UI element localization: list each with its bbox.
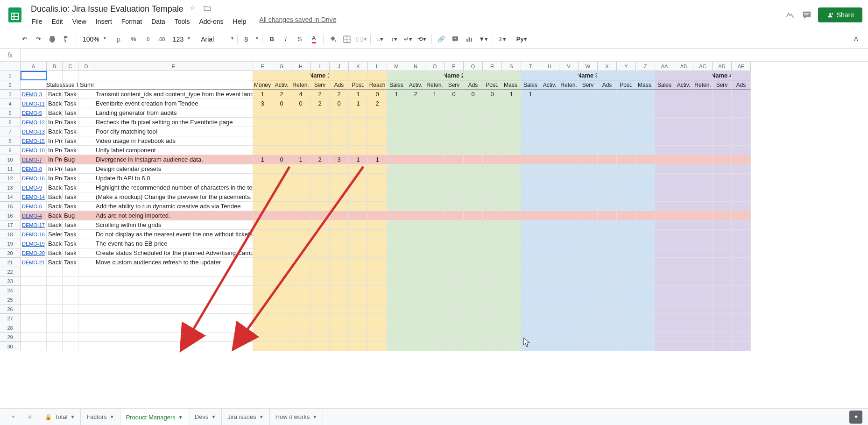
cell-r16-c11[interactable] [368, 211, 387, 220]
cell-r29-c3[interactable] [78, 333, 94, 342]
cell-r5-c6[interactable] [272, 108, 291, 118]
cell-r9-c19[interactable] [521, 146, 540, 155]
cell-r23-c4[interactable] [94, 276, 253, 286]
cell-r7-c15[interactable] [445, 127, 464, 136]
cell-r5-c11[interactable] [368, 108, 387, 118]
cell-r13-c27[interactable] [674, 183, 693, 192]
cell-r6-c13[interactable] [406, 118, 425, 127]
cell-r21-c1[interactable]: Backlog [47, 258, 63, 267]
cell-r14-c30[interactable] [732, 192, 751, 202]
cell-r6-c10[interactable] [349, 118, 368, 127]
cell-r4-c17[interactable] [483, 99, 502, 108]
cell-r1-c21[interactable] [559, 71, 579, 80]
cell-r24-c28[interactable] [693, 286, 713, 295]
cell-r2-c28[interactable]: Reten. [693, 80, 713, 90]
cell-r17-c4[interactable]: Scrolling within the grids [94, 220, 253, 230]
cell-r27-c30[interactable] [732, 314, 751, 323]
cell-r8-c28[interactable] [693, 136, 713, 146]
cell-r13-c19[interactable] [521, 183, 540, 192]
redo-icon[interactable]: ↷ [32, 33, 45, 46]
cell-r5-c0[interactable]: DEMO-5 [21, 108, 47, 118]
cell-r2-c17[interactable]: Post. [483, 80, 502, 90]
cell-r7-c21[interactable] [559, 127, 579, 136]
cell-r23-c25[interactable] [636, 276, 655, 286]
cell-r3-c21[interactable] [559, 90, 579, 99]
cell-r12-c12[interactable] [387, 174, 406, 183]
cell-r2-c25[interactable]: Mass. [636, 80, 655, 90]
cell-r7-c9[interactable] [330, 127, 349, 136]
col-header-T[interactable]: T [521, 62, 540, 71]
cell-r14-c1[interactable]: Backlog [47, 192, 63, 202]
cell-r5-c9[interactable] [330, 108, 349, 118]
cell-r8-c6[interactable] [272, 136, 291, 146]
cell-r26-c20[interactable] [540, 305, 559, 314]
cell-r7-c24[interactable] [617, 127, 636, 136]
comment-icon[interactable]: + [449, 33, 462, 46]
cell-r5-c4[interactable]: Landing generator from audits [94, 108, 253, 118]
cell-r14-c29[interactable] [713, 192, 732, 202]
cell-r16-c5[interactable] [253, 211, 272, 220]
cell-r22-c23[interactable] [598, 267, 617, 276]
cell-r13-c28[interactable] [693, 183, 713, 192]
cell-r24-c9[interactable] [330, 286, 349, 295]
cell-r4-c29[interactable] [713, 99, 732, 108]
cell-r2-c3[interactable]: Summary [78, 80, 94, 90]
cell-r27-c19[interactable] [521, 314, 540, 323]
cell-r6-c21[interactable] [559, 118, 579, 127]
cell-r29-c13[interactable] [406, 333, 425, 342]
cell-r18-c18[interactable] [502, 230, 521, 239]
cell-r12-c22[interactable] [579, 174, 598, 183]
cell-r3-c25[interactable] [636, 90, 655, 99]
cell-r20-c13[interactable] [406, 248, 425, 258]
col-header-J[interactable]: J [330, 62, 349, 71]
col-header-O[interactable]: O [425, 62, 445, 71]
cell-r18-c16[interactable] [464, 230, 483, 239]
cell-r27-c26[interactable] [655, 314, 674, 323]
cell-r15-c11[interactable] [368, 202, 387, 211]
cell-r3-c26[interactable] [655, 90, 674, 99]
cell-r28-c23[interactable] [598, 323, 617, 333]
cell-r12-c23[interactable] [598, 174, 617, 183]
cell-r3-c24[interactable] [617, 90, 636, 99]
cell-r18-c0[interactable]: DEMO-18 [21, 230, 47, 239]
cell-r4-c16[interactable] [464, 99, 483, 108]
cell-r9-c16[interactable] [464, 146, 483, 155]
cell-r17-c24[interactable] [617, 220, 636, 230]
cell-r25-c8[interactable] [311, 295, 330, 305]
col-header-H[interactable]: H [291, 62, 311, 71]
cell-r6-c25[interactable] [636, 118, 655, 127]
cell-r15-c10[interactable] [349, 202, 368, 211]
cell-r21-c7[interactable] [291, 258, 311, 267]
cell-r28-c21[interactable] [559, 323, 579, 333]
cell-r10-c5[interactable]: 1 [253, 155, 272, 164]
cell-r17-c5[interactable] [253, 220, 272, 230]
cell-r17-c21[interactable] [559, 220, 579, 230]
cell-r21-c18[interactable] [502, 258, 521, 267]
cell-r11-c21[interactable] [559, 164, 579, 174]
cell-r24-c11[interactable] [368, 286, 387, 295]
cell-r26-c19[interactable] [521, 305, 540, 314]
cell-r4-c1[interactable]: Backlog [47, 99, 63, 108]
cell-r3-c16[interactable]: 0 [464, 90, 483, 99]
cell-r11-c29[interactable] [713, 164, 732, 174]
cell-r19-c21[interactable] [559, 239, 579, 248]
cell-r27-c28[interactable] [693, 314, 713, 323]
cell-r2-c24[interactable]: Post. [617, 80, 636, 90]
cell-r24-c19[interactable] [521, 286, 540, 295]
cell-r11-c20[interactable] [540, 164, 559, 174]
cell-r29-c23[interactable] [598, 333, 617, 342]
cell-r29-c12[interactable] [387, 333, 406, 342]
cell-r11-c30[interactable] [732, 164, 751, 174]
cell-r8-c18[interactable] [502, 136, 521, 146]
cell-r27-c14[interactable] [425, 314, 445, 323]
cell-r3-c29[interactable] [713, 90, 732, 99]
cell-r10-c22[interactable] [579, 155, 598, 164]
cell-r22-c20[interactable] [540, 267, 559, 276]
cell-r4-c19[interactable] [521, 99, 540, 108]
cell-r23-c16[interactable] [464, 276, 483, 286]
cell-r26-c26[interactable] [655, 305, 674, 314]
cell-r30-c11[interactable] [368, 342, 387, 351]
cell-r9-c20[interactable] [540, 146, 559, 155]
cell-r28-c6[interactable] [272, 323, 291, 333]
cell-r13-c11[interactable] [368, 183, 387, 192]
